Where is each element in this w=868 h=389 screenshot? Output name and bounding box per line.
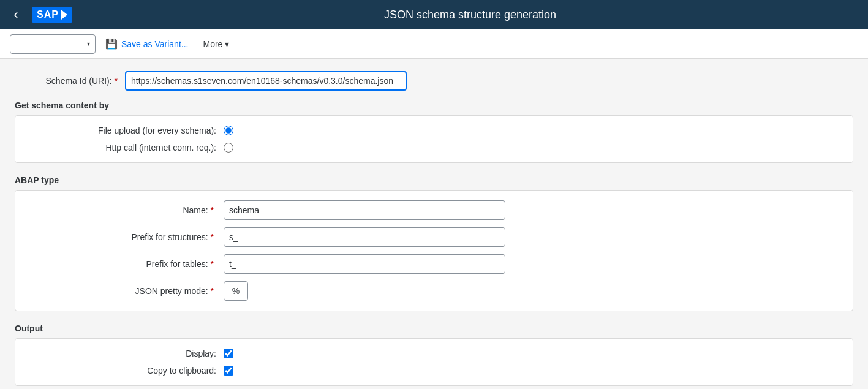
abap-type-section-title: ABAP type (15, 175, 853, 185)
more-button[interactable]: More ▾ (198, 34, 234, 54)
more-chevron-icon: ▾ (225, 39, 229, 49)
prefix-tables-row: Prefix for tables: * (28, 254, 840, 274)
schema-id-input[interactable] (125, 71, 407, 91)
output-section: Display: Copy to clipboard: (15, 338, 853, 386)
name-input[interactable] (224, 200, 505, 220)
copy-clipboard-label: Copy to clipboard: (28, 366, 224, 376)
prefix-structures-required-star: * (211, 232, 214, 242)
toolbar: ▾ 💾 Save as Variant... More ▾ (0, 29, 868, 59)
copy-clipboard-checkbox[interactable] (224, 366, 233, 376)
abap-type-section: Name: * Prefix for structures: * Prefix … (15, 190, 853, 311)
http-call-label: Http call (internet conn. req.): (28, 143, 224, 153)
json-pretty-row: JSON pretty mode: * % (28, 281, 840, 301)
save-as-variant-label: Save as Variant... (121, 39, 188, 49)
http-call-row: Http call (internet conn. req.): (28, 143, 840, 153)
schema-id-row: Schema Id (URI): * (15, 71, 853, 91)
get-schema-section: File upload (for every schema): Http cal… (15, 115, 853, 163)
main-content: Schema Id (URI): * Get schema content by… (0, 59, 868, 389)
sap-logo-text: SAP (37, 9, 59, 20)
prefix-structures-row: Prefix for structures: * (28, 227, 840, 247)
chevron-down-icon: ▾ (87, 40, 90, 47)
http-call-radio[interactable] (224, 143, 233, 153)
prefix-structures-input[interactable] (224, 227, 505, 247)
json-pretty-value[interactable]: % (224, 281, 248, 301)
display-checkbox[interactable] (224, 349, 233, 358)
variant-select[interactable]: ▾ (10, 34, 96, 54)
display-label: Display: (28, 349, 224, 358)
file-upload-radio[interactable] (224, 126, 233, 135)
page-title: JSON schema structure generation (80, 9, 861, 21)
more-label: More (203, 39, 222, 49)
top-bar: ‹ SAP JSON schema structure generation (0, 0, 868, 29)
schema-id-label: Schema Id (URI): * (15, 76, 125, 86)
json-pretty-required-star: * (211, 286, 214, 296)
schema-id-required-star: * (115, 76, 118, 86)
name-required-star: * (211, 205, 214, 215)
prefix-structures-label: Prefix for structures: * (28, 232, 224, 242)
output-section-title: Output (15, 323, 853, 333)
copy-clipboard-row: Copy to clipboard: (28, 366, 840, 376)
save-as-variant-button[interactable]: 💾 Save as Variant... (100, 34, 193, 54)
get-schema-section-title: Get schema content by (15, 100, 853, 110)
name-label: Name: * (28, 205, 224, 215)
file-upload-label: File upload (for every schema): (28, 126, 224, 135)
sap-logo: SAP (32, 7, 72, 23)
json-pretty-label: JSON pretty mode: * (28, 286, 224, 296)
svg-marker-0 (61, 10, 67, 20)
name-row: Name: * (28, 200, 840, 220)
prefix-tables-required-star: * (211, 259, 214, 269)
save-icon: 💾 (105, 38, 118, 50)
prefix-tables-input[interactable] (224, 254, 505, 274)
display-row: Display: (28, 349, 840, 358)
back-button[interactable]: ‹ (7, 6, 25, 23)
file-upload-row: File upload (for every schema): (28, 126, 840, 135)
prefix-tables-label: Prefix for tables: * (28, 259, 224, 269)
